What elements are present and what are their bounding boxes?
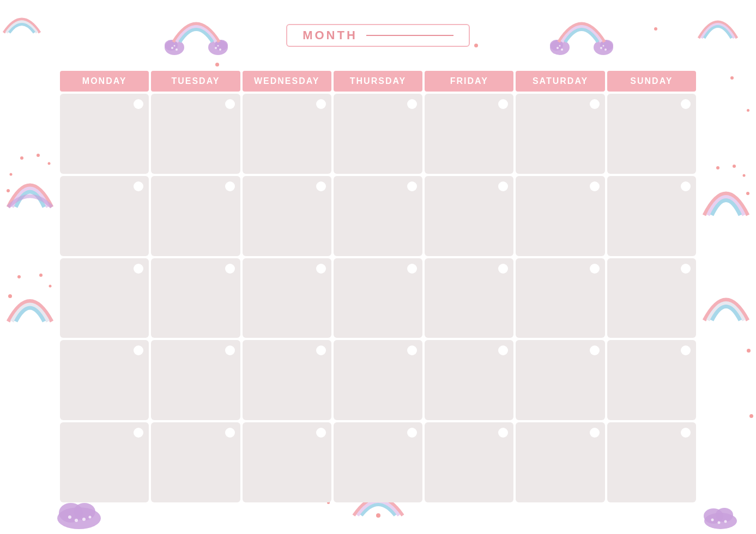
month-label: monTH bbox=[303, 28, 358, 43]
cell-dot bbox=[407, 99, 417, 109]
table-row[interactable] bbox=[334, 94, 422, 174]
day-sunday: SUNDAY bbox=[607, 71, 696, 92]
table-row[interactable] bbox=[334, 176, 422, 256]
cell-dot bbox=[225, 99, 235, 109]
table-row[interactable] bbox=[151, 94, 240, 174]
cell-dot bbox=[498, 264, 508, 274]
table-row[interactable] bbox=[425, 340, 513, 420]
cell-dot bbox=[681, 428, 691, 438]
cell-dot bbox=[134, 264, 143, 274]
cell-dot bbox=[316, 345, 326, 355]
cell-dot bbox=[681, 264, 691, 274]
table-row[interactable] bbox=[607, 258, 696, 338]
table-row[interactable] bbox=[243, 422, 331, 502]
dot-decor bbox=[747, 109, 749, 112]
table-row[interactable] bbox=[334, 340, 422, 420]
table-row[interactable] bbox=[607, 340, 696, 420]
rainbow-left-lower bbox=[5, 272, 55, 335]
cell-dot bbox=[316, 181, 326, 191]
day-monday: MONDAY bbox=[60, 71, 149, 92]
svg-point-28 bbox=[716, 166, 719, 169]
table-row[interactable] bbox=[243, 94, 331, 174]
rainbow-right-mid bbox=[701, 163, 751, 231]
cell-dot bbox=[498, 345, 508, 355]
table-row[interactable] bbox=[243, 176, 331, 256]
table-row[interactable] bbox=[151, 340, 240, 420]
svg-point-25 bbox=[17, 275, 21, 278]
svg-point-36 bbox=[68, 515, 71, 519]
table-row[interactable] bbox=[516, 422, 604, 502]
svg-point-32 bbox=[376, 513, 380, 518]
calendar-header: MONDAY TUESDAY WEDNESDAY THURSDAY FRIDAY… bbox=[60, 71, 696, 92]
table-row[interactable] bbox=[516, 258, 604, 338]
svg-point-44 bbox=[718, 521, 721, 524]
cell-dot bbox=[134, 181, 143, 191]
table-row[interactable] bbox=[243, 340, 331, 420]
cell-dot bbox=[590, 99, 600, 109]
table-row[interactable] bbox=[60, 94, 149, 174]
month-line bbox=[366, 35, 453, 36]
cell-dot bbox=[407, 264, 417, 274]
cloud-bottom-right bbox=[701, 502, 740, 531]
day-tuesday: TUESDAY bbox=[151, 71, 240, 92]
table-row[interactable] bbox=[425, 176, 513, 256]
svg-point-27 bbox=[49, 285, 52, 288]
rainbow-right-lower bbox=[701, 272, 751, 335]
svg-point-23 bbox=[10, 173, 13, 176]
cell-dot bbox=[407, 345, 417, 355]
svg-point-20 bbox=[20, 156, 23, 160]
cell-dot bbox=[316, 428, 326, 438]
table-row[interactable] bbox=[425, 258, 513, 338]
table-row[interactable] bbox=[425, 94, 513, 174]
dot-decor bbox=[730, 76, 734, 80]
table-row[interactable] bbox=[516, 340, 604, 420]
svg-point-39 bbox=[89, 516, 92, 519]
table-row[interactable] bbox=[60, 422, 149, 502]
cell-dot bbox=[316, 264, 326, 274]
cell-dot bbox=[681, 99, 691, 109]
day-wednesday: WEDNESDAY bbox=[243, 71, 331, 92]
table-row[interactable] bbox=[60, 258, 149, 338]
cell-dot bbox=[498, 181, 508, 191]
svg-point-42 bbox=[716, 508, 733, 522]
cell-dot bbox=[590, 345, 600, 355]
table-row[interactable] bbox=[607, 176, 696, 256]
table-row[interactable] bbox=[151, 176, 240, 256]
cell-dot bbox=[407, 181, 417, 191]
table-row[interactable] bbox=[60, 340, 149, 420]
table-row[interactable] bbox=[425, 422, 513, 502]
table-row[interactable] bbox=[516, 94, 604, 174]
cell-dot bbox=[590, 264, 600, 274]
table-row[interactable] bbox=[151, 422, 240, 502]
table-row[interactable] bbox=[334, 422, 422, 502]
calendar-page: monTH MONDAY TUESDAY WEDNESDAY THURSDAY … bbox=[0, 0, 756, 534]
day-thursday: THURSDAY bbox=[334, 71, 422, 92]
svg-point-21 bbox=[37, 154, 40, 157]
calendar-container: MONDAY TUESDAY WEDNESDAY THURSDAY FRIDAY… bbox=[60, 71, 696, 507]
svg-point-26 bbox=[39, 274, 43, 277]
cell-dot bbox=[134, 99, 143, 109]
svg-point-38 bbox=[82, 518, 86, 521]
cell-dot bbox=[316, 99, 326, 109]
table-row[interactable] bbox=[151, 258, 240, 338]
cell-dot bbox=[407, 428, 417, 438]
svg-point-43 bbox=[711, 519, 714, 521]
svg-point-30 bbox=[743, 174, 746, 177]
table-row[interactable] bbox=[243, 258, 331, 338]
table-row[interactable] bbox=[60, 176, 149, 256]
table-row[interactable] bbox=[607, 94, 696, 174]
cell-dot bbox=[498, 428, 508, 438]
cell-dot bbox=[225, 428, 235, 438]
dot-decor bbox=[749, 414, 753, 418]
svg-point-22 bbox=[48, 162, 51, 165]
cell-dot bbox=[225, 264, 235, 274]
svg-point-37 bbox=[75, 519, 78, 522]
cell-dot bbox=[590, 181, 600, 191]
table-row[interactable] bbox=[607, 422, 696, 502]
day-saturday: SATURDAY bbox=[516, 71, 604, 92]
table-row[interactable] bbox=[516, 176, 604, 256]
table-row[interactable] bbox=[334, 258, 422, 338]
dot-decor bbox=[747, 349, 751, 353]
cell-dot bbox=[498, 99, 508, 109]
calendar-grid bbox=[60, 94, 696, 502]
